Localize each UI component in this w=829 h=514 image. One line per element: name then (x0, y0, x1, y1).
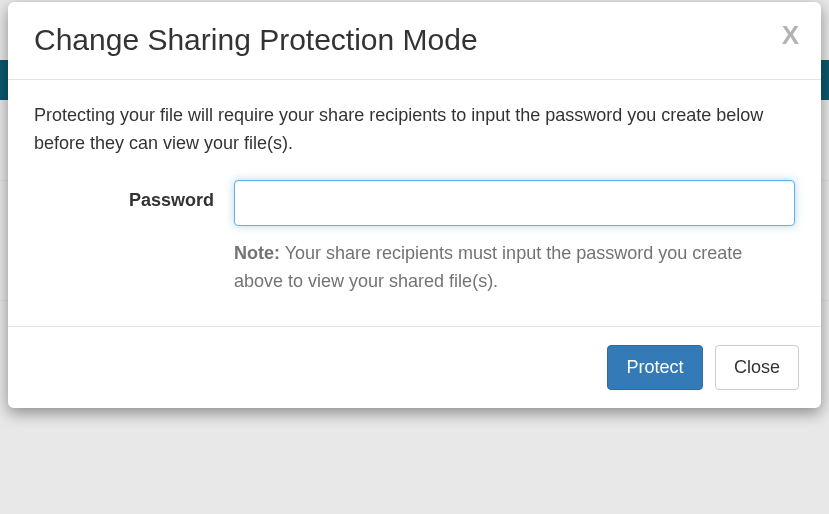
password-row: Password Note: Your share recipients mus… (34, 180, 795, 296)
password-input[interactable] (234, 180, 795, 226)
protect-button[interactable]: Protect (607, 345, 702, 391)
modal-description: Protecting your file will require your s… (34, 102, 795, 158)
password-note: Note: Your share recipients must input t… (234, 240, 795, 296)
password-label: Password (34, 180, 234, 211)
note-prefix: Note: (234, 243, 280, 263)
note-text: Your share recipients must input the pas… (234, 243, 742, 291)
modal-footer: Protect Close (8, 326, 821, 409)
password-field-wrap: Note: Your share recipients must input t… (234, 180, 795, 296)
close-button[interactable]: Close (715, 345, 799, 391)
close-icon[interactable]: X (782, 22, 799, 48)
modal-body: Protecting your file will require your s… (8, 80, 821, 326)
sharing-protection-modal: X Change Sharing Protection Mode Protect… (8, 2, 821, 408)
modal-title: Change Sharing Protection Mode (34, 20, 795, 59)
modal-header: X Change Sharing Protection Mode (8, 2, 821, 80)
